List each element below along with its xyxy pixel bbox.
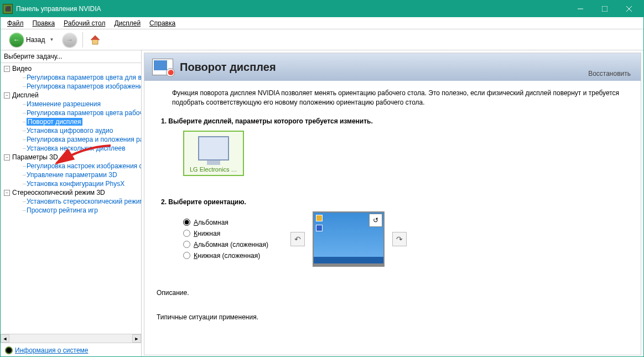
tree-group[interactable]: −Видео: [1, 64, 141, 73]
tree-leaf[interactable]: ┈Установка нескольких дисплеев: [1, 144, 141, 153]
orientation-label: Книжная (сложенная): [194, 252, 260, 260]
nvidia-app-icon: ⬛: [3, 4, 13, 14]
orientation-option[interactable]: Книжная (сложенная): [183, 252, 268, 260]
display-selector[interactable]: LG Electronics …: [183, 131, 244, 176]
system-info-link[interactable]: Информация о системе: [1, 343, 141, 357]
step2-label: 2. Выберите ориентацию.: [161, 198, 630, 206]
menu-display[interactable]: Дисплей: [110, 18, 145, 28]
orientation-radio[interactable]: [183, 219, 190, 226]
tree-leaf[interactable]: ┈Регулировка параметров цвета для вид: [1, 73, 141, 82]
home-button[interactable]: [89, 33, 102, 46]
orientation-option[interactable]: Альбомная: [183, 219, 268, 226]
desktop-icon-2: [316, 225, 323, 231]
menu-desktop[interactable]: Рабочий стол: [59, 18, 110, 28]
content-area: Выберите задачу... −Видео┈Регулировка па…: [1, 50, 643, 357]
menubar: Файл Правка Рабочий стол Дисплей Справка: [1, 17, 643, 29]
back-dropdown-icon[interactable]: ▼: [49, 37, 54, 42]
svg-marker-5: [91, 35, 100, 40]
leaf-label: Поворот дисплея: [27, 118, 82, 126]
svg-rect-1: [602, 6, 607, 12]
leaf-label: Установить стереоскопический режим 3: [27, 198, 141, 205]
back-arrow-icon: ←: [9, 33, 24, 47]
tree-leaf[interactable]: ┈Изменение разрешения: [1, 100, 141, 108]
scroll-left-button[interactable]: ◄: [1, 334, 9, 343]
orientation-radio[interactable]: [183, 252, 190, 259]
group-label: Видео: [12, 65, 32, 73]
rotate-display-icon: 🔴: [152, 59, 173, 75]
task-label: Выберите задачу...: [1, 50, 141, 63]
leaf-label: Управление параметрами 3D: [27, 171, 117, 179]
main-body: Функция поворота дисплея NVIDIA позволяе…: [144, 81, 641, 355]
main-header: 🔴 Поворот дисплея Восстановить: [144, 53, 641, 81]
taskbar-preview: [314, 257, 383, 263]
collapse-icon[interactable]: −: [4, 190, 10, 196]
tree-group[interactable]: −Стереоскопический режим 3D: [1, 188, 141, 197]
leaf-label: Изменение разрешения: [27, 100, 101, 108]
group-label: Дисплей: [12, 91, 39, 99]
window-title: Панель управления NVIDIA: [16, 5, 568, 13]
tree-leaf[interactable]: ┈Регулировка размера и положения рабо: [1, 135, 141, 144]
step1-label: 1. Выберите дисплей, параметры которого …: [161, 117, 630, 125]
close-icon: [626, 6, 632, 12]
toolbar-divider: [82, 32, 83, 48]
leaf-label: Просмотр рейтинга игр: [27, 206, 98, 214]
tree-leaf[interactable]: ┈Просмотр рейтинга игр: [1, 206, 141, 215]
orientation-radios: АльбомнаяКнижнаяАльбомная (сложенная)Кни…: [183, 219, 268, 260]
tree-group[interactable]: −Параметры 3D: [1, 153, 141, 162]
tree-leaf[interactable]: ┈Регулировка параметров цвета рабочег: [1, 108, 141, 117]
group-label: Стереоскопический режим 3D: [12, 189, 105, 196]
usage-section-label: Типичные ситуации применения.: [157, 313, 630, 321]
minimize-button[interactable]: [568, 1, 593, 17]
tree-leaf[interactable]: ┈Установка конфигурации PhysX: [1, 179, 141, 188]
back-label: Назад: [26, 36, 45, 44]
group-label: Параметры 3D: [12, 153, 58, 161]
rotate-cw-button[interactable]: ↷: [392, 232, 407, 246]
menu-help[interactable]: Справка: [145, 18, 180, 28]
desktop-icon-1: [316, 215, 323, 221]
orientation-radio[interactable]: [183, 230, 190, 237]
collapse-icon[interactable]: −: [4, 154, 10, 161]
leaf-label: Регулировка параметров цвета для вид: [27, 74, 141, 81]
display-name: LG Electronics …: [190, 166, 237, 173]
orientation-option[interactable]: Альбомная (сложенная): [183, 241, 268, 249]
tree-leaf[interactable]: ┈Установка цифрового аудио: [1, 126, 141, 135]
menu-file[interactable]: Файл: [3, 18, 28, 28]
sysinfo-label[interactable]: Информация о системе: [15, 346, 88, 354]
maximize-button[interactable]: [593, 1, 617, 17]
description-text: Функция поворота дисплея NVIDIA позволяе…: [172, 89, 630, 107]
leaf-label: Установка цифрового аудио: [27, 127, 113, 134]
home-icon: [89, 34, 101, 46]
leaf-label: Установка нескольких дисплеев: [27, 144, 126, 152]
leaf-label: Регулировка параметров цвета рабочег: [27, 109, 141, 117]
rotate-ccw-button[interactable]: ↶: [290, 232, 305, 246]
forward-button[interactable]: →: [63, 33, 77, 47]
menu-edit[interactable]: Правка: [28, 18, 60, 28]
tree-leaf[interactable]: ┈Поворот дисплея: [1, 117, 141, 126]
orientation-radio[interactable]: [183, 241, 190, 248]
tree-leaf[interactable]: ┈Установить стереоскопический режим 3: [1, 197, 141, 206]
orientation-label: Альбомная (сложенная): [194, 241, 268, 249]
orientation-label: Книжная: [194, 230, 220, 237]
collapse-icon[interactable]: −: [4, 66, 10, 72]
task-tree[interactable]: −Видео┈Регулировка параметров цвета для …: [1, 63, 141, 334]
scroll-thumb[interactable]: [9, 334, 132, 343]
maximize-icon: [602, 6, 607, 12]
orientation-option[interactable]: Книжная: [183, 230, 268, 237]
leaf-label: Установка конфигурации PhysX: [27, 180, 124, 188]
collapse-icon[interactable]: −: [4, 92, 10, 99]
sidebar-scrollbar[interactable]: ◄ ►: [1, 334, 141, 343]
tree-leaf[interactable]: ┈Регулировка параметров изображения д: [1, 82, 141, 91]
tree-group[interactable]: −Дисплей: [1, 91, 141, 100]
description-section-label: Описание.: [157, 289, 630, 297]
close-button[interactable]: [617, 1, 641, 17]
minimize-icon: [578, 6, 583, 12]
restore-button[interactable]: Восстановить: [586, 69, 633, 79]
rotate-overlay-icon: ↺: [369, 214, 382, 227]
scroll-right-button[interactable]: ►: [132, 334, 141, 343]
back-button[interactable]: ← Назад ▼: [6, 32, 59, 48]
toolbar: ← Назад ▼ →: [1, 29, 643, 50]
sysinfo-icon: [5, 346, 13, 354]
main-panel: 🔴 Поворот дисплея Восстановить Функция п…: [144, 53, 641, 355]
tree-leaf[interactable]: ┈Управление параметрами 3D: [1, 170, 141, 179]
tree-leaf[interactable]: ┈Регулировка настроек изображения с пр: [1, 162, 141, 170]
